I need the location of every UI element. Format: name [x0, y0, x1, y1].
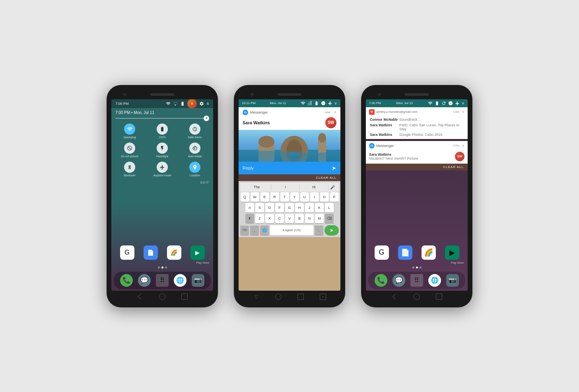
- recent-button-1[interactable]: [181, 294, 188, 300]
- key-a[interactable]: A: [245, 203, 254, 212]
- clear-all-bar-3[interactable]: CLEAR ALL: [366, 164, 468, 170]
- qs-flashlight-label: Flashlight: [156, 155, 168, 158]
- key-j[interactable]: J: [305, 203, 314, 212]
- phone-2-screen: 10:11 PM Mon, Jul 11 ∨ m Messenger now ∧…: [239, 99, 340, 291]
- qs-tile-wifi[interactable]: Sparkplug: [115, 124, 144, 139]
- camera-dock-icon[interactable]: 📷: [192, 274, 204, 287]
- key-p[interactable]: P: [330, 192, 339, 202]
- brightness-slider[interactable]: [115, 118, 209, 119]
- qs-tile-airplane[interactable]: Airplane mode: [148, 162, 177, 177]
- back-button-2[interactable]: ▽: [253, 294, 259, 300]
- home-button-3[interactable]: [414, 294, 420, 300]
- messenger-expand-icon-3[interactable]: ∨: [462, 144, 464, 147]
- phone-dock-icon-3[interactable]: 📞: [375, 274, 387, 287]
- key-b[interactable]: B: [295, 214, 304, 223]
- google-icon[interactable]: G: [120, 245, 134, 260]
- recent-button-3[interactable]: [436, 294, 442, 300]
- suggestion-i[interactable]: I: [271, 184, 300, 190]
- messages-dock-icon-3[interactable]: 💬: [392, 274, 405, 287]
- back-button-3[interactable]: [391, 294, 398, 300]
- phone-dock-icon[interactable]: 📞: [120, 274, 133, 287]
- suggestion-the[interactable]: The: [243, 184, 271, 190]
- key-shift[interactable]: ⬆: [245, 214, 254, 223]
- suggestion-hi[interactable]: Hi: [300, 184, 328, 190]
- key-r[interactable]: R: [270, 192, 279, 202]
- qs-tile-location[interactable]: Location: [181, 162, 209, 177]
- key-g[interactable]: G: [285, 203, 294, 212]
- key-space[interactable]: English (US): [270, 225, 313, 236]
- key-y[interactable]: Y: [290, 192, 299, 202]
- launcher-dock-icon[interactable]: ⠿: [156, 274, 169, 287]
- recent-button-2[interactable]: [297, 294, 304, 300]
- expand-icon-3[interactable]: ∨: [462, 101, 464, 105]
- key-u[interactable]: U: [300, 192, 309, 202]
- key-s[interactable]: S: [255, 203, 264, 212]
- chrome-dock-icon-3[interactable]: 🌐: [428, 274, 441, 287]
- menu-button-2[interactable]: ≡: [320, 294, 326, 300]
- key-backspace[interactable]: ⌫: [325, 214, 334, 223]
- key-k[interactable]: K: [315, 203, 324, 212]
- key-q[interactable]: Q: [241, 192, 249, 202]
- camera-dock-icon-3[interactable]: 📷: [446, 274, 459, 287]
- key-period[interactable]: .: [315, 226, 323, 235]
- expand-notif-icon[interactable]: ∧: [334, 110, 336, 114]
- phone-3-camera: [378, 93, 381, 96]
- play-store-icon-3[interactable]: ▶: [445, 245, 459, 260]
- key-o[interactable]: O: [320, 192, 329, 202]
- key-comma[interactable]: ,: [250, 226, 259, 235]
- google-icon-3[interactable]: G: [375, 245, 389, 260]
- key-z[interactable]: Z: [255, 214, 264, 223]
- qs-edit-button[interactable]: EDIT: [115, 181, 209, 184]
- key-special[interactable]: ?!©: [240, 226, 249, 235]
- qs-tile-battery[interactable]: 100%: [148, 124, 177, 139]
- key-globe[interactable]: 🌐: [260, 226, 269, 235]
- play-store-icon[interactable]: ▶: [190, 245, 205, 260]
- key-l[interactable]: L: [325, 203, 334, 212]
- clear-all-text-3[interactable]: CLEAR ALL: [443, 165, 464, 169]
- back-button-1[interactable]: [137, 294, 143, 300]
- clear-all-bar-2[interactable]: CLEAR ALL: [239, 174, 340, 181]
- key-n[interactable]: N: [305, 214, 314, 223]
- clear-all-text-2[interactable]: CLEAR ALL: [316, 176, 336, 180]
- gmail-expand-icon[interactable]: ∨: [462, 110, 464, 114]
- home-button-2[interactable]: [275, 294, 282, 300]
- key-v[interactable]: V: [285, 214, 294, 223]
- key-x[interactable]: X: [265, 214, 274, 223]
- key-send[interactable]: ➤: [324, 225, 339, 236]
- dot-3: [165, 266, 167, 268]
- docs-icon[interactable]: 📄: [144, 245, 158, 260]
- key-e[interactable]: E: [260, 192, 269, 202]
- qs-tile-autorotate[interactable]: Auto-rotate: [181, 143, 209, 158]
- key-m[interactable]: M: [315, 214, 324, 223]
- phone-2-nav-bar: ▽ ≡: [239, 291, 340, 303]
- mic-icon[interactable]: 🎤: [328, 184, 336, 190]
- docs-icon-3[interactable]: 📄: [398, 245, 412, 260]
- launcher-dock-icon-3[interactable]: ⠿: [410, 274, 423, 287]
- home-button-1[interactable]: [159, 294, 165, 300]
- expand-icon-2[interactable]: ∨: [334, 101, 337, 105]
- key-w[interactable]: W: [251, 192, 259, 202]
- qs-tile-data-saver[interactable]: Data Saver: [181, 124, 209, 139]
- reply-bar[interactable]: Reply ➤: [239, 162, 340, 174]
- key-f[interactable]: F: [275, 203, 284, 212]
- key-c[interactable]: C: [275, 214, 284, 223]
- airplane-status-3: [455, 101, 460, 106]
- key-h[interactable]: H: [295, 203, 304, 212]
- key-d[interactable]: D: [265, 203, 274, 212]
- qs-tile-flashlight[interactable]: Flashlight: [148, 143, 177, 158]
- messages-dock-icon[interactable]: 💬: [138, 274, 151, 287]
- chrome-dock-icon[interactable]: 🌐: [174, 274, 187, 287]
- wifi-status-3: [428, 101, 433, 106]
- signal-status-2: [307, 101, 312, 106]
- photos-icon[interactable]: 🌈: [167, 245, 181, 260]
- collapse-icon-1[interactable]: ∧: [206, 101, 209, 106]
- settings-icon-1[interactable]: [199, 101, 204, 106]
- photos-icon-3[interactable]: 🌈: [422, 245, 436, 260]
- qs-tile-bluetooth[interactable]: Bluetooth: [115, 162, 144, 177]
- key-t[interactable]: T: [280, 192, 289, 202]
- qs-tile-dnd[interactable]: Do not disturb: [115, 143, 144, 158]
- reply-send-icon[interactable]: ➤: [332, 165, 336, 171]
- reply-input[interactable]: Reply: [243, 166, 329, 170]
- svg-point-7: [258, 136, 274, 148]
- key-i[interactable]: I: [310, 192, 319, 202]
